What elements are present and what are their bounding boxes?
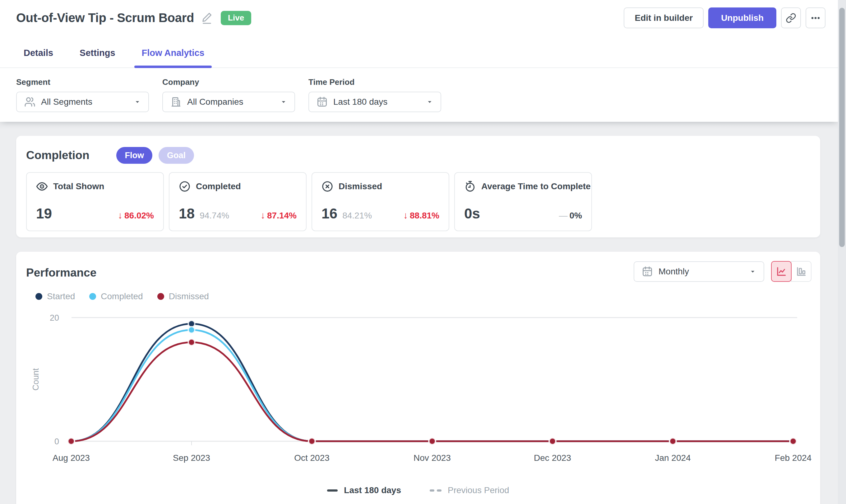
- company-select[interactable]: All Companies: [162, 92, 295, 112]
- vertical-scrollbar[interactable]: [838, 0, 846, 504]
- data-point-dismissed: [309, 438, 315, 445]
- time-period-select-value: Last 180 days: [333, 97, 387, 107]
- segment-filter: Segment All Segments: [16, 77, 149, 122]
- metric-label: Average Time to Complete: [481, 181, 591, 192]
- chevron-down-icon: [280, 98, 287, 105]
- metric-label: Completed: [196, 181, 241, 192]
- top-bar: Out-of-View Tip - Scrum Board Live Edit …: [0, 0, 838, 68]
- segment-filter-label: Segment: [16, 77, 149, 87]
- dashed-line-icon: [430, 489, 441, 491]
- edit-in-builder-button[interactable]: Edit in builder: [624, 7, 704, 28]
- chevron-down-icon: [134, 98, 141, 105]
- filter-bar: Segment All Segments Company: [0, 68, 838, 122]
- legend-item-completed[interactable]: Completed: [89, 291, 143, 301]
- metric-label: Dismissed: [339, 181, 382, 192]
- copy-link-button[interactable]: [781, 7, 801, 28]
- legend-item-previous-period[interactable]: Previous Period: [430, 485, 509, 495]
- metric-sub-percent: 84.21%: [342, 211, 372, 221]
- data-point-dismissed: [549, 438, 556, 445]
- users-icon: [24, 96, 35, 108]
- metric-delta: — 0%: [559, 211, 582, 221]
- metric-cards: Total Shown 19 ↓ 86.02%: [26, 172, 592, 231]
- page-title: Out-of-View Tip - Scrum Board: [16, 11, 194, 25]
- metric-value: 16: [321, 205, 337, 222]
- performance-chart[interactable]: 020Aug 2023Sep 2023Oct 2023Nov 2023Dec 2…: [16, 305, 820, 479]
- metric-sub-percent: 94.74%: [199, 211, 229, 221]
- tab-flow-analytics[interactable]: Flow Analytics: [134, 38, 212, 68]
- check-circle-icon: [179, 181, 191, 192]
- building-icon: [170, 96, 181, 108]
- period-legend: Last 180 days Previous Period: [16, 485, 820, 495]
- flow-goal-toggle: Flow Goal: [116, 147, 194, 164]
- time-period-filter-label: Time Period: [309, 77, 441, 87]
- granularity-select[interactable]: Monthly: [634, 261, 764, 282]
- flat-dash-icon: —: [559, 211, 568, 221]
- flow-analytics-page: Out-of-View Tip - Scrum Board Live Edit …: [0, 0, 846, 504]
- y-axis-title: Count: [31, 368, 40, 391]
- chevron-down-icon: [749, 268, 756, 275]
- legend-dot: [157, 293, 164, 300]
- calendar-icon: [642, 266, 653, 277]
- line-chart-icon: [775, 266, 787, 277]
- performance-controls: Monthly: [634, 261, 811, 282]
- x-circle-icon: [321, 181, 333, 192]
- x-tick-label: Sep 2023: [173, 453, 210, 463]
- edit-pencil-icon[interactable]: [201, 12, 213, 24]
- completion-panel: Completion Flow Goal Total Shown: [16, 136, 820, 237]
- chart-type-toggle: [771, 261, 811, 282]
- series-legend: Started Completed Dismissed: [35, 291, 209, 301]
- x-tick-label: Oct 2023: [294, 453, 330, 463]
- data-point-dismissed: [189, 339, 195, 345]
- legend-label: Previous Period: [448, 485, 509, 495]
- flow-pill[interactable]: Flow: [116, 147, 152, 164]
- x-tick-label: Aug 2023: [53, 453, 90, 463]
- performance-heading: Performance: [26, 266, 96, 280]
- legend-label: Started: [47, 291, 75, 301]
- legend-item-dismissed[interactable]: Dismissed: [157, 291, 209, 301]
- segment-select[interactable]: All Segments: [16, 92, 149, 112]
- link-icon: [786, 13, 796, 23]
- data-point-dismissed: [670, 438, 676, 445]
- time-period-select[interactable]: Last 180 days: [309, 92, 441, 112]
- x-tick-label: Nov 2023: [413, 453, 451, 463]
- data-point-completed: [189, 327, 195, 333]
- metric-label: Total Shown: [53, 181, 104, 192]
- line-chart-toggle-button[interactable]: [771, 261, 792, 282]
- completion-heading: Completion: [26, 149, 89, 162]
- main-content: Completion Flow Goal Total Shown: [0, 122, 838, 504]
- metric-value: 0s: [464, 205, 480, 222]
- header-actions: Edit in builder Unpublish: [624, 7, 826, 28]
- ellipsis-icon: [810, 13, 821, 23]
- metric-delta: ↓ 87.14%: [261, 210, 297, 221]
- stopwatch-icon: [464, 181, 476, 192]
- y-tick-label: 20: [50, 313, 59, 323]
- tab-details[interactable]: Details: [16, 38, 60, 68]
- unpublish-button[interactable]: Unpublish: [708, 7, 776, 28]
- granularity-select-value: Monthly: [658, 267, 689, 276]
- chevron-down-icon: [426, 98, 433, 105]
- metric-value: 19: [36, 205, 52, 222]
- data-point-dismissed: [790, 438, 796, 445]
- series-line-completed: [71, 330, 793, 441]
- data-point-started: [189, 320, 195, 327]
- performance-panel: Performance Monthly: [16, 252, 820, 504]
- arrow-down-icon: ↓: [261, 210, 265, 221]
- x-tick-label: Jan 2024: [655, 453, 690, 463]
- legend-label: Completed: [101, 291, 143, 301]
- tab-settings[interactable]: Settings: [72, 38, 123, 68]
- chart-area: 020Aug 2023Sep 2023Oct 2023Nov 2023Dec 2…: [16, 305, 820, 479]
- legend-item-started[interactable]: Started: [35, 291, 75, 301]
- bar-chart-toggle-button[interactable]: [791, 261, 811, 282]
- metric-card-dismissed: Dismissed 16 84.21% ↓ 88.81%: [312, 172, 449, 231]
- more-options-button[interactable]: [806, 7, 826, 28]
- goal-pill[interactable]: Goal: [159, 147, 194, 164]
- x-tick-label: Feb 2024: [775, 453, 811, 463]
- legend-label: Last 180 days: [344, 485, 401, 495]
- bar-chart-icon: [795, 266, 807, 277]
- data-point-dismissed: [68, 438, 75, 445]
- calendar-icon: [317, 96, 328, 108]
- metric-card-total-shown: Total Shown 19 ↓ 86.02%: [26, 172, 164, 231]
- company-filter: Company All Companies: [162, 77, 295, 122]
- scrollbar-thumb[interactable]: [839, 8, 845, 247]
- legend-item-current-period[interactable]: Last 180 days: [327, 485, 401, 495]
